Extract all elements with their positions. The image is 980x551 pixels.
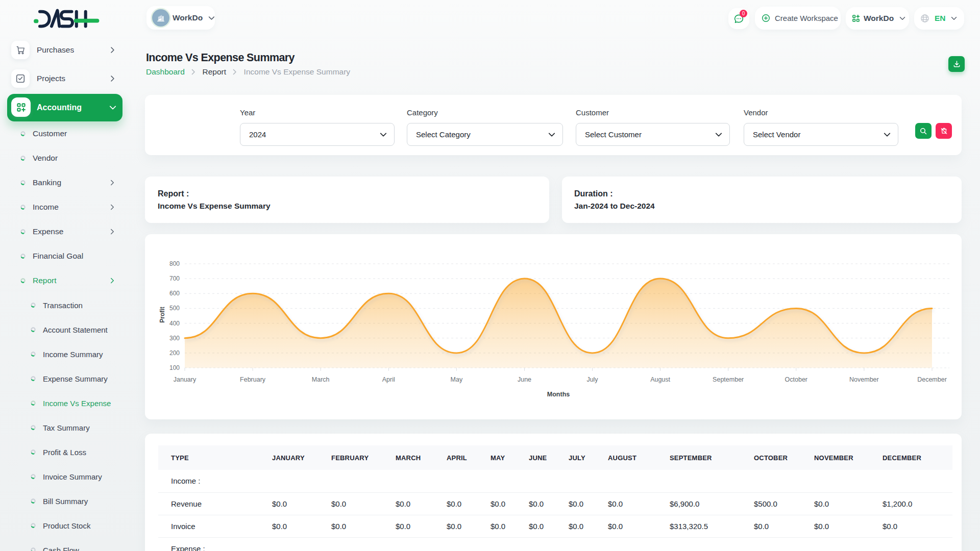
svg-text:December: December xyxy=(917,376,947,383)
svg-text:500: 500 xyxy=(169,305,180,312)
svg-text:700: 700 xyxy=(169,275,180,282)
svg-text:November: November xyxy=(849,376,879,383)
svg-text:March: March xyxy=(312,376,330,383)
svg-text:600: 600 xyxy=(169,290,180,297)
svg-text:July: July xyxy=(586,376,598,383)
svg-text:Months: Months xyxy=(547,391,570,398)
svg-text:Profit: Profit xyxy=(159,307,166,322)
svg-text:February: February xyxy=(240,376,266,383)
svg-text:200: 200 xyxy=(169,349,180,357)
svg-text:100: 100 xyxy=(169,364,180,371)
svg-text:October: October xyxy=(785,376,807,383)
svg-text:April: April xyxy=(382,376,395,383)
svg-text:January: January xyxy=(174,376,197,383)
svg-text:September: September xyxy=(713,376,744,383)
svg-text:800: 800 xyxy=(169,260,180,267)
svg-text:May: May xyxy=(451,376,463,383)
svg-text:June: June xyxy=(518,376,531,383)
svg-text:August: August xyxy=(650,376,670,383)
svg-text:300: 300 xyxy=(169,335,180,342)
svg-text:400: 400 xyxy=(169,320,180,327)
